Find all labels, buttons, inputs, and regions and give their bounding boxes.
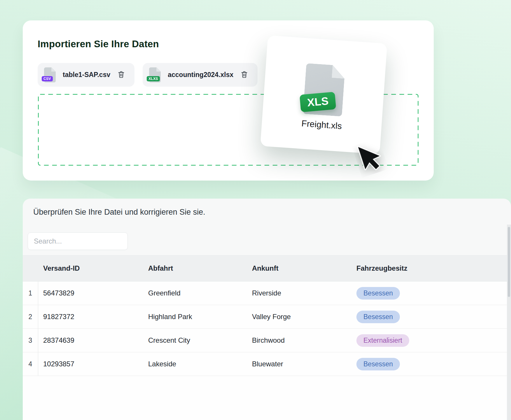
cell-versand-id: 56473829 xyxy=(38,289,143,297)
xlsx-file-icon: XLXS xyxy=(148,67,162,83)
dragged-file-name: Freight.xls xyxy=(262,116,382,134)
trash-icon xyxy=(240,71,248,79)
cell-versand-id: 10293857 xyxy=(38,360,143,368)
table-row[interactable]: 3 28374639 Crescent City Birchwood Exter… xyxy=(23,329,511,352)
delete-file-button[interactable] xyxy=(116,69,126,80)
row-number: 2 xyxy=(23,305,38,328)
row-number-header xyxy=(23,256,38,281)
search-input[interactable] xyxy=(28,232,128,250)
file-name: table1-SAP.csv xyxy=(63,71,110,79)
cell-ankunft: Birchwood xyxy=(247,336,351,344)
row-number: 3 xyxy=(23,329,38,352)
document-fold-corner xyxy=(332,65,345,79)
table-header-row: Versand-ID Abfahrt Ankunft Fahrzeugbesit… xyxy=(23,255,511,281)
column-header-fahrzeugbesitz: Fahrzeugbesitz xyxy=(351,264,511,272)
cell-versand-id: 28374639 xyxy=(38,336,143,344)
trash-icon xyxy=(117,71,125,79)
table-row[interactable]: 2 91827372 Highland Park Valley Forge Be… xyxy=(23,305,511,329)
cell-abfahrt: Greenfield xyxy=(143,289,247,297)
cell-ankunft: Bluewater xyxy=(247,360,351,368)
csv-file-icon: CSV xyxy=(43,67,57,83)
ownership-badge: Besessen xyxy=(356,311,400,323)
table-scrollbar[interactable] xyxy=(507,225,511,420)
cell-versand-id: 91827372 xyxy=(38,313,143,321)
review-title: Überprüfen Sie Ihre Datei und korrigiere… xyxy=(33,208,205,217)
xlsx-file-type-badge: XLXS xyxy=(147,76,160,81)
ownership-badge: Besessen xyxy=(356,358,400,370)
cell-abfahrt: Crescent City xyxy=(143,336,247,344)
table-row[interactable]: 1 56473829 Greenfield Riverside Besessen xyxy=(23,281,511,305)
row-number: 1 xyxy=(23,281,38,305)
row-number: 4 xyxy=(23,352,38,376)
csv-file-type-badge: CSV xyxy=(42,76,53,81)
file-chip-csv: CSV table1-SAP.csv xyxy=(38,63,134,87)
table-row[interactable]: 4 10293857 Lakeside Bluewater Besessen xyxy=(23,352,511,376)
table-empty-area xyxy=(23,376,511,420)
column-header-versand-id: Versand-ID xyxy=(38,264,143,272)
ownership-badge: Externalisiert xyxy=(356,334,409,347)
shipments-table: Versand-ID Abfahrt Ankunft Fahrzeugbesit… xyxy=(23,255,511,420)
delete-file-button[interactable] xyxy=(239,69,249,80)
review-card: Überprüfen Sie Ihre Datei und korrigiere… xyxy=(23,199,511,420)
import-title: Importieren Sie Ihre Daten xyxy=(38,38,159,50)
scrollbar-thumb[interactable] xyxy=(508,227,510,297)
cell-ankunft: Valley Forge xyxy=(247,313,351,321)
file-name: accounting2024.xlsx xyxy=(168,71,233,79)
cell-ankunft: Riverside xyxy=(247,289,351,297)
cell-abfahrt: Lakeside xyxy=(143,360,247,368)
ownership-badge: Besessen xyxy=(356,287,400,300)
cell-abfahrt: Highland Park xyxy=(143,313,247,321)
column-header-ankunft: Ankunft xyxy=(247,264,351,272)
uploaded-files-list: CSV table1-SAP.csv XLXS accounting2024.x… xyxy=(38,63,258,87)
file-chip-xlsx: XLXS accounting2024.xlsx xyxy=(143,63,258,87)
column-header-abfahrt: Abfahrt xyxy=(143,264,247,272)
dragged-file-card[interactable]: XLS Freight.xls xyxy=(260,35,387,154)
xls-type-badge: XLS xyxy=(300,92,336,112)
